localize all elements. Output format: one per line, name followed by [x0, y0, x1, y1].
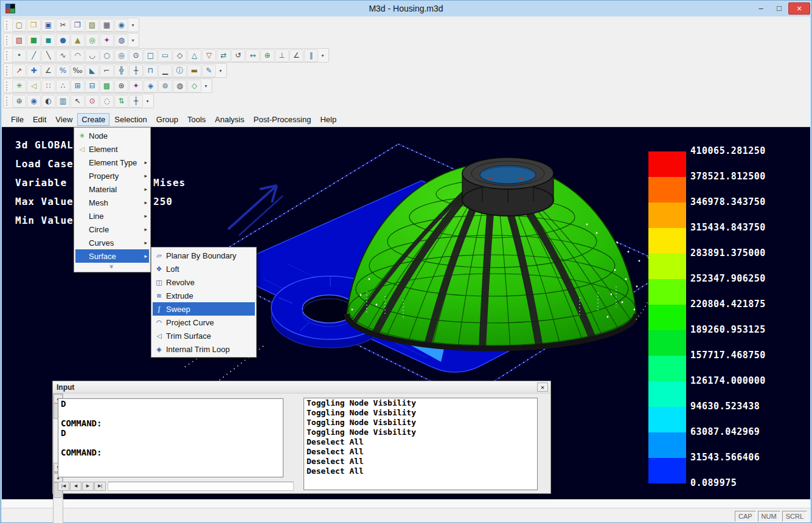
toolbar-button-node-array-tool[interactable]: ∷	[41, 80, 55, 92]
record-prev-button[interactable]: ◀	[70, 482, 82, 491]
create-menu-item-node[interactable]: ✳Node	[75, 129, 149, 142]
toolbar-grip[interactable]	[6, 21, 9, 30]
toolbar-button-permille-tool[interactable]: ‰	[71, 64, 85, 77]
create-menu-item-circle[interactable]: Circle▸	[75, 223, 149, 236]
toolbar-button-open-file[interactable]: ❒	[27, 19, 41, 32]
toolbar-button-solid-view[interactable]: ■	[27, 34, 41, 47]
toolbar-button-angle-tool[interactable]: ∠	[290, 49, 304, 62]
toolbar-button-disc-element-tool[interactable]: ◍	[173, 80, 187, 92]
toolbar-button-circle-center-tool[interactable]: ⊙	[129, 49, 143, 62]
create-menu-item-curves[interactable]: Curves▸	[75, 236, 149, 249]
message-log-pane[interactable]: Toggling Node VisbilityToggling Node Vis…	[304, 398, 538, 490]
toolbar-button-save-file[interactable]: ▣	[41, 19, 55, 32]
create-menu-item-property[interactable]: Property▸	[75, 169, 149, 182]
toolbar-button-cylinder-primitive[interactable]: ◼	[41, 34, 55, 47]
toolbar-button-grid-tool[interactable]: ╬	[114, 64, 128, 77]
input-panel-close-button[interactable]: ×	[537, 383, 548, 392]
menubar-item-view[interactable]: View	[51, 113, 77, 126]
toolbar-overflow-button[interactable]: ▾	[129, 19, 137, 32]
toolbar-button-arc-3pt-tool[interactable]: ◡	[85, 49, 99, 62]
toolbar-button-point-tool[interactable]: •	[12, 49, 26, 62]
toolbar-button-target-view[interactable]: ⊙	[85, 95, 99, 108]
toolbar-button-new-file[interactable]: ▢	[12, 19, 26, 32]
toolbar-button-mesh-remove-tool[interactable]: ⊟	[85, 80, 99, 92]
toolbar-button-slope-tool[interactable]: ◣	[85, 64, 99, 77]
record-last-button[interactable]: ▶|	[94, 482, 106, 491]
toolbar-button-measure-add[interactable]: ✚	[27, 64, 41, 77]
surface-menu-item-revolve[interactable]: ◫Revolve	[153, 275, 255, 289]
toolbar-button-offset-tool[interactable]: ⊕	[260, 49, 274, 62]
toolbar-button-perpendicular-tool[interactable]: ⊥	[275, 49, 289, 62]
toolbar-button-percent-tool[interactable]: %	[56, 64, 70, 77]
toolbar-button-baseline-tool[interactable]: ▁	[158, 64, 172, 77]
create-menu-item-element-type[interactable]: Element Type▸	[75, 156, 149, 169]
toolbar-overflow-button[interactable]: ▾	[319, 49, 327, 62]
surface-menu-item-planar-by-boundary[interactable]: ▱Planar By Boundary	[153, 249, 255, 262]
toolbar-button-mesh-grid-tool[interactable]: ⊞	[71, 80, 85, 92]
toolbar-button-measure-angle[interactable]: ∠	[41, 64, 55, 77]
horizontal-scrollbar-track[interactable]	[108, 482, 294, 491]
toolbar-button-crosshair-tool[interactable]: ┼	[129, 64, 143, 77]
menubar-item-analysis[interactable]: Analysis	[210, 113, 248, 126]
toolbar-button-triangle-tool[interactable]: △	[187, 49, 201, 62]
toolbar-button-legend-tool[interactable]: ▬	[187, 64, 201, 77]
toolbar-button-copy[interactable]: ❐	[71, 19, 85, 32]
toolbar-button-panel-view[interactable]: ▥	[56, 95, 70, 108]
toolbar-button-slot-tool[interactable]: ▭	[158, 49, 172, 62]
toolbar-button-measure-distance[interactable]: ↗	[12, 64, 26, 77]
input-panel-titlebar[interactable]: Input ×	[53, 381, 550, 393]
minimize-button[interactable]: –	[752, 2, 770, 15]
menubar-item-create[interactable]: Create	[77, 113, 109, 126]
toolbar-button-lab-tools[interactable]: ◍	[114, 34, 128, 47]
surface-menu-item-sweep[interactable]: ∫Sweep	[153, 302, 255, 316]
toolbar-button-create-node-tool[interactable]: ✳	[12, 80, 26, 92]
close-button[interactable]: ×	[788, 2, 810, 15]
toolbar-button-line-tool[interactable]: ╱	[27, 49, 41, 62]
menubar-item-help[interactable]: Help	[316, 113, 341, 126]
toolbar-button-node-pattern-tool[interactable]: ∴	[56, 80, 70, 92]
toolbar-button-shade-half-view[interactable]: ◐	[41, 95, 55, 108]
menubar-item-file[interactable]: File	[7, 113, 28, 126]
toolbar-button-swap-tool[interactable]: ⇄	[217, 49, 231, 62]
titlebar[interactable]: M3d - Housing.m3d –□×	[2, 1, 810, 16]
surface-menu-item-project-curve[interactable]: ◠Project Curve	[153, 316, 255, 329]
toolbar-button-shade-mesh-tool[interactable]: ▩	[100, 80, 114, 92]
toolbar-button-pencil-tool[interactable]: ✎	[202, 64, 216, 77]
menubar-item-tools[interactable]: Tools	[183, 113, 210, 126]
toolbar-button-star-tool[interactable]: ✦	[129, 80, 143, 92]
command-input-pane[interactable]: D COMMAND:D COMMAND:	[58, 398, 283, 477]
toolbar-button-section-tool[interactable]: ⊓	[144, 64, 158, 77]
create-menu-item-line[interactable]: Line▸	[75, 209, 149, 223]
create-menu-item-element[interactable]: ◁Element	[75, 142, 149, 156]
menubar-item-group[interactable]: Group	[152, 113, 182, 126]
toolbar-button-pan-view[interactable]: ↖	[71, 95, 85, 108]
toolbar-grip[interactable]	[6, 81, 9, 91]
surface-menu-item-extrude[interactable]: ≋Extrude	[153, 289, 255, 302]
toolbar-button-plot-view[interactable]: ▧	[12, 34, 26, 47]
toolbar-grip[interactable]	[6, 36, 9, 45]
toolbar-button-arc-tool[interactable]: ◠	[71, 49, 85, 62]
create-menu-item-material[interactable]: Material▸	[75, 182, 149, 196]
toolbar-button-datum-tool[interactable]: ⌐	[100, 64, 114, 77]
toolbar-button-cone-primitive[interactable]: ▲	[71, 34, 85, 47]
toolbar-button-sphere-primitive[interactable]: ●	[56, 34, 70, 47]
toolbar-button-polygon-tool[interactable]: ◇	[173, 49, 187, 62]
toolbar-button-light-toggle[interactable]: ✦	[100, 34, 114, 47]
toolbar-grip[interactable]	[6, 66, 9, 75]
maximize-button[interactable]: □	[770, 2, 788, 15]
toolbar-button-rectangle-tool[interactable]: □	[144, 49, 158, 62]
toolbar-button-merge-nodes-tool[interactable]: ⊛	[114, 80, 128, 92]
toolbar-button-orbit-view[interactable]: ◉	[27, 95, 41, 108]
menubar-item-selection[interactable]: Selection	[110, 113, 151, 126]
toolbar-button-diamond-element-tool[interactable]: ◈	[144, 80, 158, 92]
surface-menu-item-trim-surface[interactable]: ◁Trim Surface	[153, 329, 255, 342]
toolbar-button-help[interactable]: ◉	[114, 19, 128, 32]
toolbar-button-move-tool[interactable]: ↔	[246, 49, 260, 62]
toolbar-grip[interactable]	[6, 51, 9, 60]
toolbar-button-spline-tool[interactable]: ∿	[56, 49, 70, 62]
toolbar-overflow-button[interactable]: ▾	[202, 80, 210, 92]
create-menu-item-surface[interactable]: Surface▸	[75, 249, 149, 263]
toolbar-button-ghost-view[interactable]: ◌	[100, 95, 114, 108]
toolbar-button-ellipse-tool[interactable]: ◎	[114, 49, 128, 62]
toolbar-button-mirror-tool[interactable]: ▽	[202, 49, 216, 62]
